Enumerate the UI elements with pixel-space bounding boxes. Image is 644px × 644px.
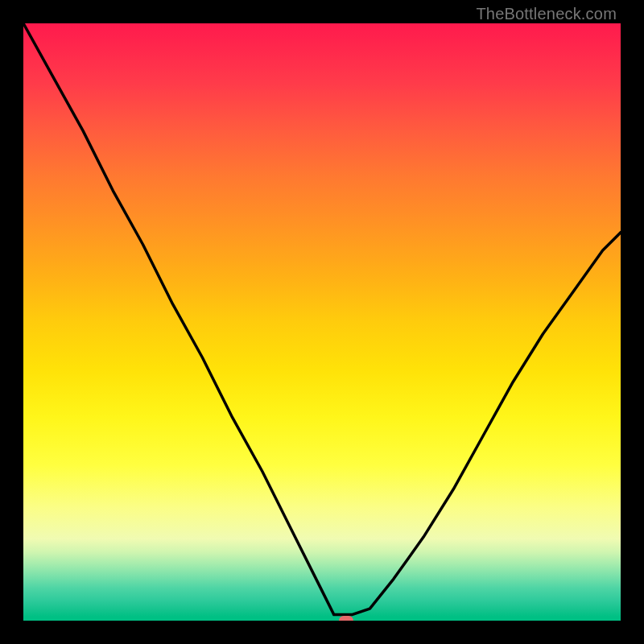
plot-area	[23, 23, 621, 621]
bottleneck-curve	[23, 23, 621, 621]
watermark-label: TheBottleneck.com	[476, 5, 617, 23]
optimum-marker-icon	[339, 616, 353, 621]
chart-stage: TheBottleneck.com	[0, 0, 644, 644]
